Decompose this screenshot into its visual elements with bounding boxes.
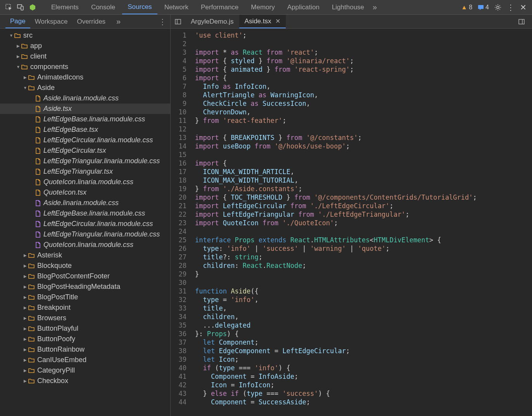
line-number[interactable]: 4 xyxy=(171,57,187,65)
tab-sources[interactable]: Sources xyxy=(122,0,157,14)
nav-tab-page[interactable]: Page xyxy=(5,15,30,28)
code-line[interactable]: import useBoop from '@/hooks/use-boop'; xyxy=(195,142,532,150)
line-number[interactable]: 38 xyxy=(171,347,187,355)
file-item[interactable]: LeftEdgeBase.linaria.module.css xyxy=(0,114,170,124)
code-line[interactable]: title, xyxy=(195,304,532,312)
line-number[interactable]: 9 xyxy=(171,99,187,108)
line-number[interactable]: 33 xyxy=(171,304,187,312)
code-line[interactable]: import * as React from 'react'; xyxy=(195,48,532,57)
settings-icon[interactable] xyxy=(494,4,501,11)
line-number[interactable]: 40 xyxy=(171,364,187,372)
folder-item[interactable]: ▶ButtonRainbow xyxy=(0,344,170,355)
line-number[interactable]: 8 xyxy=(171,91,187,99)
file-item[interactable]: LeftEdgeBase.linaria.module.css xyxy=(0,208,170,219)
file-item[interactable]: LeftEdgeCircular.linaria.module.css xyxy=(0,219,170,229)
tab-elements[interactable]: Elements xyxy=(46,0,84,14)
expand-arrow-icon[interactable]: ▶ xyxy=(22,316,28,320)
line-number[interactable]: 7 xyxy=(171,82,187,91)
code-line[interactable]: } from 'react-feather'; xyxy=(195,116,532,125)
code-line[interactable]: type = 'info', xyxy=(195,295,532,304)
code-line[interactable]: ICON_MAX_WIDTH_ARTICLE, xyxy=(195,167,532,176)
line-number[interactable]: 31 xyxy=(171,287,187,295)
code-line[interactable] xyxy=(195,125,532,133)
line-number[interactable]: 12 xyxy=(171,125,187,133)
code-editor[interactable]: 1234567891011121314151617181920212223242… xyxy=(171,29,532,416)
code-line[interactable] xyxy=(195,40,532,48)
code-line[interactable]: import { xyxy=(195,159,532,167)
code-line[interactable]: import { xyxy=(195,74,532,82)
file-item[interactable]: QuoteIcon.tsx xyxy=(0,187,170,198)
tab-console[interactable]: Console xyxy=(86,0,121,14)
expand-arrow-icon[interactable]: ▶ xyxy=(22,358,28,362)
code-line[interactable]: }: Props) { xyxy=(195,330,532,338)
code-line[interactable]: import LeftEdgeCircular from './LeftEdge… xyxy=(195,202,532,210)
file-item[interactable]: LeftEdgeBase.tsx xyxy=(0,124,170,135)
folder-item[interactable]: ▶ButtonPlayful xyxy=(0,323,170,334)
line-number[interactable]: 30 xyxy=(171,278,187,287)
line-number[interactable]: 1 xyxy=(171,31,187,40)
line-number[interactable]: 23 xyxy=(171,219,187,227)
code-line[interactable]: CheckCircle as SuccessIcon, xyxy=(195,99,532,108)
expand-arrow-icon[interactable]: ▼ xyxy=(16,65,21,69)
file-item[interactable]: LeftEdgeTriangular.tsx xyxy=(0,166,170,177)
line-number[interactable]: 37 xyxy=(171,338,187,347)
code-line[interactable]: Info as InfoIcon, xyxy=(195,82,532,91)
line-number[interactable]: 6 xyxy=(171,74,187,82)
code-line[interactable] xyxy=(195,278,532,287)
warnings-badge[interactable]: ▲ 8 xyxy=(461,4,472,11)
folder-item[interactable]: ▶app xyxy=(0,41,170,51)
code-line[interactable]: import LeftEdgeTriangular from './LeftEd… xyxy=(195,210,532,219)
code-line[interactable]: import { BREAKPOINTS } from '@/constants… xyxy=(195,133,532,142)
nav-tab-workspace[interactable]: Workspace xyxy=(30,15,73,28)
code-line[interactable]: import QuoteIcon from './QuoteIcon'; xyxy=(195,219,532,227)
line-number[interactable]: 2 xyxy=(171,40,187,48)
line-number[interactable]: 21 xyxy=(171,202,187,210)
expand-arrow-icon[interactable]: ▶ xyxy=(22,347,28,352)
line-number[interactable]: 22 xyxy=(171,210,187,219)
tab-lighthouse[interactable]: Lighthouse xyxy=(326,0,370,14)
line-number[interactable]: 18 xyxy=(171,176,187,185)
expand-arrow-icon[interactable]: ▶ xyxy=(16,44,21,48)
line-number[interactable]: 44 xyxy=(171,398,187,406)
expand-arrow-icon[interactable]: ▶ xyxy=(22,295,28,299)
line-number[interactable]: 24 xyxy=(171,227,187,236)
device-toggle-icon[interactable] xyxy=(17,4,24,11)
file-item[interactable]: LeftEdgeTriangular.linaria.module.css xyxy=(0,156,170,166)
code-line[interactable]: children: React.ReactNode; xyxy=(195,261,532,270)
expand-arrow-icon[interactable]: ▼ xyxy=(9,33,14,38)
folder-item[interactable]: ▼Aside xyxy=(0,83,170,93)
folder-item[interactable]: ▶Browsers xyxy=(0,313,170,323)
tab-application[interactable]: Application xyxy=(282,0,325,14)
file-item[interactable]: Aside.linaria.module.css xyxy=(0,93,170,104)
code-line[interactable]: let Component; xyxy=(195,338,532,347)
file-item[interactable]: LeftEdgeTriangular.linaria.module.css xyxy=(0,229,170,240)
folder-item[interactable]: ▶client xyxy=(0,51,170,62)
line-number[interactable]: 14 xyxy=(171,142,187,150)
inspect-icon[interactable] xyxy=(5,4,12,11)
line-number[interactable]: 17 xyxy=(171,167,187,176)
line-number[interactable]: 34 xyxy=(171,312,187,321)
folder-item[interactable]: ▶AnimatedIcons xyxy=(0,72,170,83)
line-number[interactable]: 26 xyxy=(171,244,187,253)
expand-arrow-icon[interactable]: ▶ xyxy=(22,326,28,331)
expand-arrow-icon[interactable]: ▼ xyxy=(22,86,28,90)
expand-arrow-icon[interactable]: ▶ xyxy=(22,274,28,278)
folder-item[interactable]: ▶Asterisk xyxy=(0,250,170,261)
line-number[interactable]: 43 xyxy=(171,389,187,398)
line-number[interactable]: 25 xyxy=(171,236,187,244)
folder-item[interactable]: ▼components xyxy=(0,62,170,72)
code-line[interactable]: 'use client'; xyxy=(195,31,532,40)
code-line[interactable]: ICON_MAX_WIDTH_TUTORIAL, xyxy=(195,176,532,185)
code-line[interactable]: ChevronDown, xyxy=(195,108,532,116)
messages-badge[interactable]: 4 xyxy=(478,4,489,11)
editor-tab[interactable]: ArgyleDemo.js xyxy=(185,15,239,28)
code-line[interactable]: } from './Aside.constants'; xyxy=(195,185,532,193)
file-navigator[interactable]: ▼src▶app▶client▼components▶AnimatedIcons… xyxy=(0,29,171,416)
toggle-debugger-icon[interactable] xyxy=(514,18,529,25)
expand-arrow-icon[interactable]: ▶ xyxy=(22,379,28,383)
file-item[interactable]: Aside.linaria.module.css xyxy=(0,198,170,208)
line-number[interactable]: 36 xyxy=(171,330,187,338)
code-line[interactable]: let Icon; xyxy=(195,355,532,364)
code-line[interactable]: function Aside({ xyxy=(195,287,532,295)
editor-tab[interactable]: Aside.tsx✕ xyxy=(239,15,286,28)
